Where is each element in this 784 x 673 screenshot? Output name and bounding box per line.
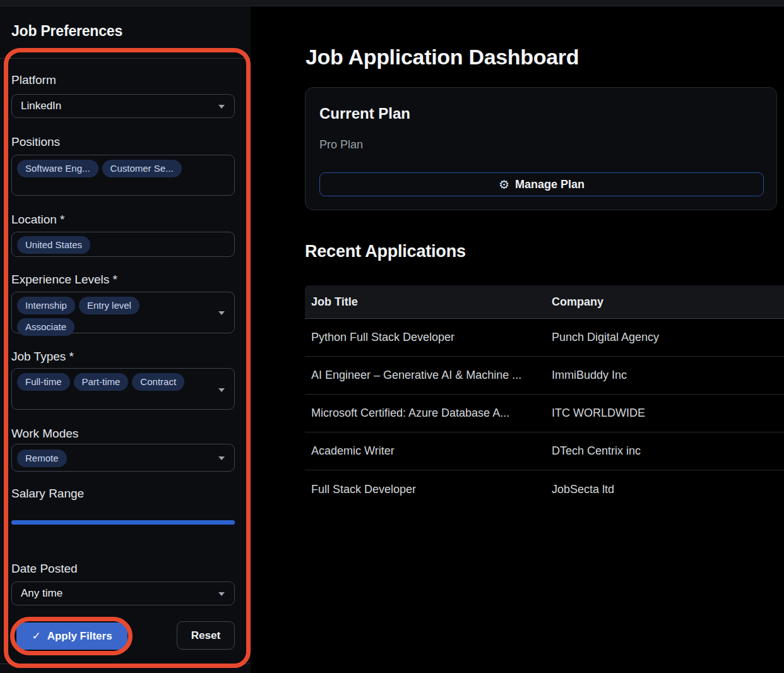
table-row[interactable]: Full Stack Developer JobSecta ltd: [305, 470, 784, 508]
job-preferences-sidebar: Job Preferences Platform LinkedIn Positi…: [0, 6, 251, 673]
positions-field[interactable]: Software Eng... Customer Se...: [11, 155, 235, 196]
experience-levels-label: Experience Levels *: [11, 273, 117, 287]
table-header: Job Title Company: [305, 285, 784, 319]
divider: [0, 664, 251, 664]
recent-applications-title: Recent Applications: [305, 242, 466, 261]
job-title-cell: Python Full Stack Developer: [305, 331, 552, 344]
position-chip[interactable]: Software Eng...: [17, 160, 98, 177]
company-cell: Punch Digital Agency: [552, 331, 784, 344]
experience-chip[interactable]: Associate: [17, 318, 74, 336]
job-type-chip[interactable]: Part-time: [74, 373, 129, 391]
experience-chip[interactable]: Internship: [17, 297, 75, 314]
location-field[interactable]: United States: [11, 232, 235, 257]
chevron-down-icon: [218, 388, 225, 392]
current-plan-title: Current Plan: [319, 105, 410, 122]
job-title-cell: AI Engineer – Generative AI & Machine ..…: [305, 369, 552, 382]
job-type-chip[interactable]: Contract: [132, 373, 184, 391]
chevron-down-icon: [218, 592, 225, 596]
main-content: Job Application Dashboard Current Plan P…: [251, 6, 784, 673]
gear-icon: ⚙: [499, 179, 509, 191]
position-chip[interactable]: Customer Se...: [102, 160, 182, 177]
recent-applications-table: Job Title Company Python Full Stack Deve…: [305, 285, 784, 508]
apply-filters-label: Apply Filters: [47, 630, 112, 643]
top-bar: [0, 0, 784, 6]
company-cell: ImmiBuddy Inc: [552, 369, 784, 382]
divider: [0, 58, 251, 59]
column-header-company: Company: [552, 295, 784, 309]
table-row[interactable]: Python Full Stack Developer Punch Digita…: [305, 319, 784, 357]
company-cell: JobSecta ltd: [552, 483, 784, 496]
date-posted-select[interactable]: Any time: [11, 581, 235, 605]
date-posted-label: Date Posted: [11, 562, 78, 576]
platform-select[interactable]: LinkedIn: [11, 94, 235, 118]
chevron-down-icon: [218, 105, 225, 109]
job-title-cell: Full Stack Developer: [305, 483, 552, 496]
date-posted-value: Any time: [21, 587, 62, 600]
page-title: Job Application Dashboard: [306, 45, 579, 69]
location-chip[interactable]: United States: [17, 236, 90, 254]
company-cell: ITC WORLDWIDE: [552, 407, 784, 420]
salary-range-label: Salary Range: [11, 487, 84, 501]
job-types-label: Job Types *: [11, 350, 74, 364]
work-modes-label: Work Modes: [11, 427, 78, 441]
column-header-job-title: Job Title: [305, 295, 552, 309]
job-type-chip[interactable]: Full-time: [17, 373, 70, 391]
job-types-select[interactable]: Full-time Part-time Contract: [11, 368, 235, 410]
platform-value: LinkedIn: [21, 100, 61, 112]
table-row[interactable]: Microsoft Certified: Azure Database A...…: [305, 395, 784, 432]
experience-chip[interactable]: Entry level: [79, 297, 140, 314]
manage-plan-button[interactable]: ⚙ Manage Plan: [319, 172, 764, 196]
job-title-cell: Academic Writer: [305, 444, 552, 458]
experience-levels-select[interactable]: Internship Entry level Associate: [11, 292, 235, 333]
chevron-down-icon: [218, 311, 225, 315]
location-label: Location *: [11, 213, 65, 227]
sidebar-title: Job Preferences: [11, 23, 122, 40]
work-modes-select[interactable]: Remote: [11, 444, 235, 472]
manage-plan-label: Manage Plan: [515, 178, 585, 191]
company-cell: DTech Centrix inc: [552, 444, 784, 458]
table-row[interactable]: Academic Writer DTech Centrix inc: [305, 432, 784, 470]
check-icon: ✓: [32, 629, 40, 643]
job-title-cell: Microsoft Certified: Azure Database A...: [305, 407, 552, 420]
plan-name: Pro Plan: [319, 138, 363, 152]
salary-range-slider[interactable]: [11, 520, 235, 525]
work-mode-chip[interactable]: Remote: [17, 450, 67, 467]
positions-label: Positions: [11, 135, 60, 149]
chevron-down-icon: [218, 456, 225, 460]
current-plan-card: Current Plan Pro Plan ⚙ Manage Plan: [305, 87, 777, 210]
table-row[interactable]: AI Engineer – Generative AI & Machine ..…: [305, 357, 784, 395]
platform-label: Platform: [11, 73, 56, 87]
apply-filters-button[interactable]: ✓ Apply Filters: [16, 622, 128, 650]
app-screen: Job Preferences Platform LinkedIn Positi…: [0, 0, 784, 673]
reset-button[interactable]: Reset: [177, 621, 235, 650]
